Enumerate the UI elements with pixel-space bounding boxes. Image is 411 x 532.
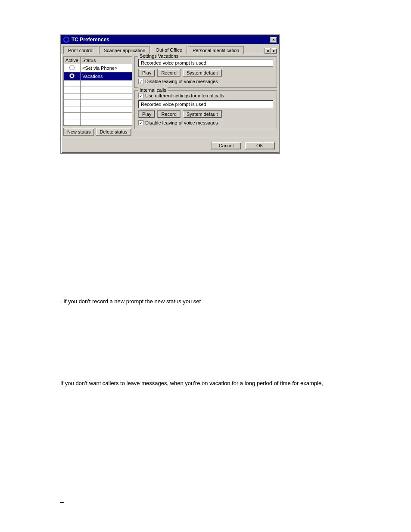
table-row-empty: [64, 81, 132, 87]
title-bar: TC Preferences ×: [61, 35, 279, 44]
internal-calls-title: Internal calls: [138, 87, 168, 93]
play-button-1[interactable]: Play: [138, 69, 155, 77]
tab-print-control[interactable]: Print control: [63, 46, 98, 54]
left-panel: Active Status <Set via Phone> Vacations: [63, 56, 132, 136]
radio-set-via-phone[interactable]: [69, 65, 75, 70]
play-button-2[interactable]: Play: [138, 110, 155, 118]
delete-status-button[interactable]: Delete status: [96, 128, 131, 136]
cancel-button[interactable]: Cancel: [211, 142, 241, 149]
tab-bar: Print control Scanner application Out of…: [61, 44, 279, 54]
table-row-empty: [64, 106, 132, 113]
status-table: Active Status <Set via Phone> Vacations: [63, 56, 132, 126]
body-text-paragraph1: . If you don't record a new prompt the n…: [60, 297, 371, 306]
table-row-empty: [64, 100, 132, 106]
dialog-footer: Cancel OK: [61, 138, 279, 153]
table-row-empty: [64, 87, 132, 93]
dialog-content: Active Status <Set via Phone> Vacations: [61, 54, 279, 138]
disable-leaving-row-2: Disable leaving of voice messages: [138, 120, 273, 125]
radio-vacations[interactable]: [69, 73, 75, 78]
buttons-row-1: Play Record System default: [138, 69, 273, 77]
bottom-rule: [0, 506, 411, 506]
settings-vacations-group: Settings Vacations Recorded voice prompt…: [134, 56, 277, 88]
tab-personal-identification[interactable]: Personal Identification: [188, 46, 244, 54]
disable-leaving-checkbox-1[interactable]: [138, 79, 143, 84]
status-vacations[interactable]: Vacations: [80, 72, 132, 81]
voice-prompt-box-2: Recorded voice prompt is used: [138, 100, 273, 108]
table-row-empty: [64, 113, 132, 119]
app-icon: [63, 37, 69, 43]
table-row[interactable]: <Set via Phone>: [64, 64, 132, 72]
tab-out-of-office[interactable]: Out of Office: [151, 46, 187, 54]
use-different-settings-label: Use different settings for internal call…: [145, 93, 224, 98]
table-row[interactable]: Vacations: [64, 72, 132, 81]
tab-next-arrow[interactable]: ►: [271, 48, 277, 54]
voice-prompt-box-1: Recorded voice prompt is used: [138, 59, 273, 67]
use-different-settings-checkbox[interactable]: [138, 93, 143, 98]
tab-prev-arrow[interactable]: ◄: [265, 48, 271, 54]
col-status-header: Status: [80, 57, 132, 64]
record-button-1[interactable]: Record: [157, 69, 180, 77]
close-button[interactable]: ×: [270, 37, 277, 43]
bottom-dash: –: [60, 498, 64, 505]
ok-button[interactable]: OK: [245, 142, 275, 149]
disable-leaving-row-1: Disable leaving of voice messages: [138, 79, 273, 84]
use-different-settings-row: Use different settings for internal call…: [138, 93, 273, 98]
disable-leaving-label-2: Disable leaving of voice messages: [145, 120, 218, 125]
buttons-row-2: Play Record System default: [138, 110, 273, 118]
col-active-header: Active: [64, 57, 81, 64]
internal-calls-group: Internal calls Use different settings fo…: [134, 90, 277, 129]
dialog-window: TC Preferences × Print control Scanner a…: [60, 34, 280, 154]
system-default-button-1[interactable]: System default: [183, 69, 222, 77]
top-rule: [0, 26, 411, 26]
table-row-empty: [64, 119, 132, 126]
left-buttons: New status Delete status: [63, 128, 132, 136]
new-status-button[interactable]: New status: [63, 128, 94, 136]
record-button-2[interactable]: Record: [157, 110, 180, 118]
disable-leaving-checkbox-2[interactable]: [138, 120, 143, 125]
disable-leaving-label-1: Disable leaving of voice messages: [145, 79, 218, 84]
body-text-paragraph3: If you don't want callers to leave messa…: [60, 379, 371, 388]
table-row-empty: [64, 93, 132, 100]
system-default-button-2[interactable]: System default: [183, 110, 222, 118]
right-panel: Settings Vacations Recorded voice prompt…: [134, 56, 277, 136]
tab-nav-arrows: ◄ ►: [265, 48, 277, 54]
dialog-title: TC Preferences: [72, 37, 270, 43]
status-set-via-phone[interactable]: <Set via Phone>: [80, 64, 132, 72]
